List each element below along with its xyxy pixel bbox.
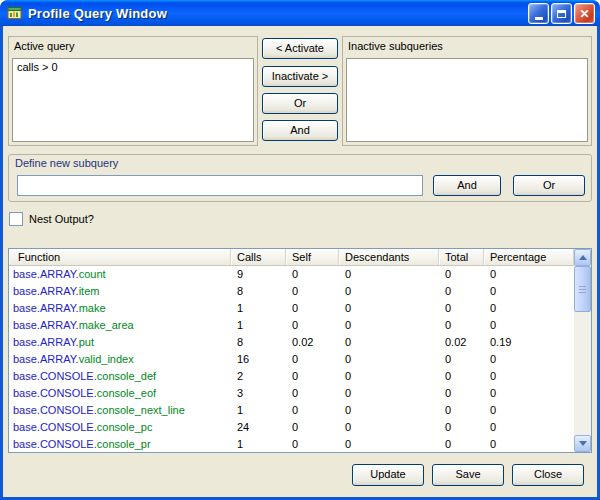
value-cell: 0 [339,436,439,452]
function-cell: base.CONSOLE.console_pr [9,436,231,452]
function-feature-name: console_pr [97,438,151,450]
subquery-or-button[interactable]: Or [513,175,585,196]
value-cell: 0 [286,385,339,402]
column-header-function[interactable]: Function [9,249,231,265]
value-cell: 0 [484,300,574,317]
value-cell: 0 [484,419,574,436]
value-cell: 0 [339,351,439,368]
activate-button[interactable]: < Activate [262,38,338,59]
table-row[interactable]: base.CONSOLE.console_next_line10000 [9,402,574,419]
table-row[interactable]: base.CONSOLE.console_eof30000 [9,385,574,402]
function-feature-name: console_eof [97,387,156,399]
value-cell: 0 [339,266,439,283]
value-cell: 0 [484,436,574,452]
update-button[interactable]: Update [352,464,424,486]
scrollbar-thumb[interactable] [574,266,591,312]
table-row[interactable]: base.ARRAY.valid_index160000 [9,351,574,368]
table-row[interactable]: base.CONSOLE.console_pr10000 [9,436,574,452]
active-query-panel: Active query calls > 0 [8,36,258,146]
value-cell: 0 [339,317,439,334]
or-combine-button[interactable]: Or [262,93,338,114]
value-cell: 0 [439,368,484,385]
scroll-up-icon [579,255,587,260]
table-row[interactable]: base.ARRAY.make10000 [9,300,574,317]
function-feature-name: item [79,285,100,297]
table-row[interactable]: base.ARRAY.count90000 [9,266,574,283]
value-cell: 0 [484,402,574,419]
function-cell: base.CONSOLE.console_eof [9,385,231,402]
function-feature-name: make [79,302,106,314]
scroll-up-button[interactable] [574,249,591,266]
active-query-list[interactable]: calls > 0 [12,58,254,142]
inactivate-button[interactable]: Inactivate > [262,66,338,87]
column-header-total[interactable]: Total [439,249,484,265]
and-combine-button[interactable]: And [262,120,338,141]
function-cell: base.ARRAY.make_area [9,317,231,334]
value-cell: 0 [339,385,439,402]
function-class-prefix: base.CONSOLE. [13,387,97,399]
value-cell: 0 [339,300,439,317]
value-cell: 0 [439,266,484,283]
caption-buttons: ✕ [528,3,595,24]
window-title: Profile Query Window [28,6,167,21]
subquery-input[interactable] [17,175,423,196]
nest-output-checkbox[interactable] [9,212,23,226]
scroll-down-icon [579,441,587,446]
column-header-self[interactable]: Self [286,249,339,265]
value-cell: 0.19 [484,334,574,351]
function-cell: base.ARRAY.item [9,283,231,300]
vertical-scrollbar[interactable] [574,249,591,452]
table-row[interactable]: base.ARRAY.put80.0200.020.19 [9,334,574,351]
value-cell: 0 [484,368,574,385]
query-list-item[interactable]: calls > 0 [13,59,253,75]
function-cell: base.CONSOLE.console_next_line [9,402,231,419]
function-class-prefix: base.CONSOLE. [13,370,97,382]
function-class-prefix: base.ARRAY. [13,353,79,365]
inactive-subqueries-list[interactable] [346,58,588,142]
function-cell: base.ARRAY.put [9,334,231,351]
save-button[interactable]: Save [432,464,504,486]
function-cell: base.CONSOLE.console_def [9,368,231,385]
nest-output-control: Nest Output? [9,212,94,226]
value-cell: 0 [339,419,439,436]
app-icon[interactable] [7,5,23,21]
function-feature-name: console_next_line [97,404,185,416]
value-cell: 0 [286,317,339,334]
scroll-down-button[interactable] [574,435,591,452]
function-cell: base.ARRAY.count [9,266,231,283]
close-dialog-button[interactable]: Close [512,464,584,486]
dialog-client-area: Active query calls > 0 < Activate Inacti… [3,26,597,497]
function-cell: base.ARRAY.valid_index [9,351,231,368]
nest-output-label[interactable]: Nest Output? [29,213,94,225]
function-class-prefix: base.ARRAY. [13,302,79,314]
inactive-subqueries-panel: Inactive subqueries [342,36,592,146]
function-class-prefix: base.ARRAY. [13,268,79,280]
value-cell: 0 [439,300,484,317]
function-feature-name: make_area [79,319,134,331]
table-row[interactable]: base.ARRAY.make_area10000 [9,317,574,334]
column-header-percentage[interactable]: Percentage [484,249,574,265]
maximize-button[interactable] [551,3,572,24]
maximize-icon [557,10,566,18]
inactive-subqueries-label: Inactive subqueries [343,37,591,57]
table-row[interactable]: base.CONSOLE.console_pc240000 [9,419,574,436]
table-header: Function Calls Self Descendants Total Pe… [9,249,574,266]
value-cell: 1 [231,436,286,452]
value-cell: 0 [484,317,574,334]
function-feature-name: count [79,268,106,280]
column-header-calls[interactable]: Calls [231,249,286,265]
close-button[interactable]: ✕ [574,3,595,24]
active-query-label: Active query [9,37,257,57]
function-class-prefix: base.ARRAY. [13,285,79,297]
title-bar[interactable]: Profile Query Window ✕ [0,0,600,26]
table-row[interactable]: base.ARRAY.item80000 [9,283,574,300]
define-subquery-group: Define new subquery And Or [8,154,592,202]
value-cell: 1 [231,300,286,317]
minimize-button[interactable] [528,3,549,24]
column-header-descendants[interactable]: Descendants [339,249,439,265]
subquery-and-button[interactable]: And [433,175,501,196]
function-cell: base.ARRAY.make [9,300,231,317]
value-cell: 1 [231,317,286,334]
table-row[interactable]: base.CONSOLE.console_def20000 [9,368,574,385]
value-cell: 0 [439,436,484,452]
